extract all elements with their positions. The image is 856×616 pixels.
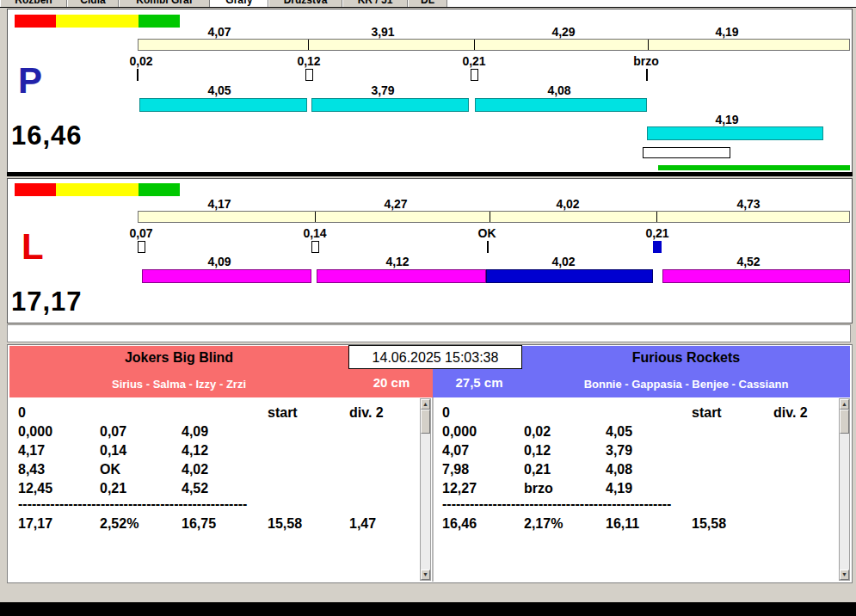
- run-bar-cyan: [475, 98, 647, 112]
- scrollbar-thumb[interactable]: [421, 410, 430, 434]
- tab-kombi-graf[interactable]: Kombi Graf: [119, 0, 210, 7]
- table-cell: 0: [18, 405, 100, 421]
- table-cell: div. 2: [349, 405, 384, 421]
- segment-divider: [490, 212, 490, 222]
- table-cell: 0,07: [100, 424, 182, 440]
- tab-label: Kombi Graf: [120, 0, 209, 7]
- change-marker-box: [138, 241, 145, 253]
- run-bar-blue: [486, 269, 653, 283]
- table-row: 4,070,123,79: [442, 443, 773, 459]
- leg-time-label: 4,02: [556, 197, 579, 211]
- scroll-down-button[interactable]: ▼: [840, 570, 849, 580]
- left-team-dogs: Sirius - Salma - Izzy - Zrzi: [9, 378, 348, 391]
- light-green: [139, 15, 180, 28]
- lane-p-panel: 4,07 3,91 4,29 4,19 0,02 0,12 0,21 brzo …: [7, 9, 853, 174]
- table-cell: 0,000: [18, 424, 100, 440]
- light-yellow-2: [97, 15, 139, 28]
- cumulative-time-bar: [138, 39, 850, 51]
- run-time-label: 4,09: [207, 255, 231, 268]
- leg-time-label: 4,73: [736, 197, 760, 211]
- table-row: 0,0000,024,05: [442, 424, 773, 440]
- tab-grafy[interactable]: Grafy: [210, 0, 268, 7]
- leg-time-label: 4,07: [207, 25, 231, 39]
- table-row: 0startdiv. 2: [18, 405, 384, 421]
- tab-dl[interactable]: DL: [408, 0, 447, 7]
- tab-cidla[interactable]: Čidla: [67, 0, 119, 7]
- change-marker-box: [305, 69, 313, 81]
- change-marker-box: [471, 69, 478, 81]
- table-cell: div. 2: [773, 405, 808, 421]
- light-yellow-1: [56, 15, 97, 28]
- tab-label: Grafy: [211, 0, 268, 7]
- run-time-label: 4,02: [551, 255, 575, 268]
- table-cell: 17,17: [18, 516, 100, 532]
- tab-druzstva[interactable]: Družstva: [268, 0, 342, 7]
- leg-time-label: 4,29: [551, 25, 575, 39]
- scroll-up-button[interactable]: ▲: [840, 399, 849, 410]
- tab-bar: Rozběh Čidla Kombi Graf Grafy Družstva K…: [0, 0, 856, 8]
- table-cell: 0,21: [524, 462, 606, 477]
- left-table-scrollbar[interactable]: ▲ ▼: [420, 398, 431, 581]
- segment-divider: [315, 212, 316, 222]
- table-row: 0,0000,074,09: [18, 424, 349, 440]
- separator-dashes: ----------------------------------------…: [442, 496, 671, 512]
- run-time-label: 4,12: [385, 255, 409, 268]
- timestamp-box: 14.06.2025 15:03:38: [348, 345, 522, 369]
- scroll-up-icon: ▲: [841, 401, 847, 407]
- right-team-name: Furious Rockets: [522, 350, 850, 366]
- light-yellow-1: [56, 183, 97, 196]
- change-time-label: 0,07: [129, 226, 152, 240]
- table-row: 12,450,214,52: [18, 481, 349, 496]
- segment-divider: [656, 212, 657, 222]
- table-cell: 0,12: [524, 443, 606, 459]
- table-cell: 8,43: [18, 462, 100, 477]
- table-cell: 12,27: [442, 481, 524, 496]
- dashes-text: ----------------------------------------…: [18, 496, 247, 511]
- run-time-label: 4,19: [715, 113, 738, 126]
- table-row: 8,43OK4,02: [18, 462, 349, 477]
- change-time-label: 0,21: [645, 226, 668, 240]
- table-row: 4,170,144,12: [18, 443, 349, 459]
- light-red: [15, 15, 56, 28]
- cumulative-time-bar: [138, 211, 850, 223]
- leg-time-label: 3,91: [371, 25, 394, 39]
- run-bar-magenta: [142, 269, 311, 283]
- table-cell: 4,07: [442, 443, 524, 459]
- table-cell: 15,58: [692, 516, 773, 532]
- change-marker-line: [646, 69, 648, 81]
- table-row: 17,172,52%16,7515,581,47: [18, 516, 376, 532]
- tab-label: Rozběh: [1, 0, 66, 7]
- heat-lights: [15, 183, 180, 196]
- table-cell: 4,09: [182, 424, 268, 440]
- tab-rozbeh[interactable]: Rozběh: [0, 0, 67, 7]
- change-time-label: 0,21: [462, 54, 485, 68]
- table-cell: 0,21: [100, 481, 182, 496]
- change-time-label: 0,12: [297, 54, 320, 68]
- lane-l-panel: 4,17 4,27 4,02 4,73 0,07 0,14 OK 0,21 4,…: [7, 178, 853, 323]
- table-cell: 4,17: [18, 443, 100, 459]
- status-strip: [7, 324, 851, 342]
- run-time-label: 4,52: [736, 255, 760, 268]
- table-cell: 2,52%: [100, 516, 182, 532]
- tab-label: Čidla: [68, 0, 118, 7]
- right-table-scrollbar[interactable]: ▲ ▼: [839, 398, 850, 581]
- scroll-down-button[interactable]: ▼: [421, 570, 430, 580]
- table-cell: start: [268, 405, 349, 421]
- change-time-label: OK: [478, 226, 496, 240]
- table-cell: 16,75: [182, 516, 268, 532]
- change-marker-line: [487, 241, 489, 253]
- table-row: 7,980,214,08: [442, 462, 773, 477]
- app-window: Rozběh Čidla Kombi Graf Grafy Družstva K…: [0, 0, 856, 616]
- tab-kr-51[interactable]: KR / 51: [342, 0, 408, 7]
- table-cell: 15,58: [268, 516, 349, 532]
- bottom-bar: [0, 602, 856, 616]
- table-row: 12,27brzo4,19: [442, 481, 773, 496]
- green-progress-bar: [658, 165, 850, 170]
- dashes-text: ----------------------------------------…: [442, 496, 671, 511]
- scroll-up-button[interactable]: ▲: [421, 399, 430, 410]
- table-cell: 4,12: [182, 443, 268, 459]
- scrollbar-thumb[interactable]: [840, 410, 849, 434]
- tab-bar-spacer: [447, 0, 856, 7]
- right-team-dogs: Bonnie - Gappasia - Benjee - Cassiann: [522, 378, 850, 391]
- table-cell: 0,02: [524, 424, 606, 440]
